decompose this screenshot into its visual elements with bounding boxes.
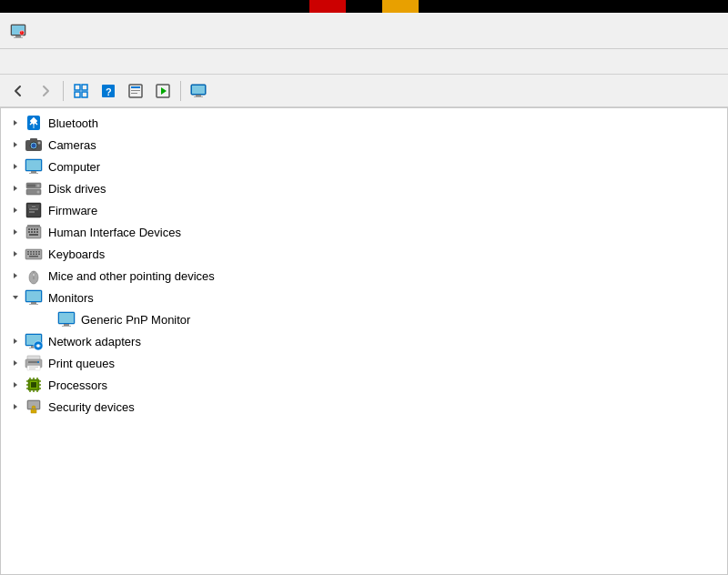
svg-rect-61 <box>27 225 40 227</box>
device-tree-container[interactable]: Bluetooth Cameras Computer Disk drives <box>0 107 728 575</box>
chevron-print <box>8 356 23 370</box>
svg-point-38 <box>37 185 40 187</box>
tree-item-firmware[interactable]: Firmware <box>1 199 727 221</box>
overview-button[interactable] <box>68 79 94 103</box>
svg-marker-104 <box>14 382 17 388</box>
camera-icon <box>25 136 43 154</box>
svg-point-29 <box>38 142 41 145</box>
svg-point-79 <box>33 273 35 277</box>
update-button[interactable] <box>150 79 176 103</box>
tree-item-cameras[interactable]: Cameras <box>1 134 727 156</box>
tree-label-processors: Processors <box>48 379 107 391</box>
svg-marker-17 <box>161 87 167 95</box>
svg-rect-88 <box>62 326 71 327</box>
svg-marker-89 <box>14 338 17 344</box>
tree-item-generic-monitor[interactable]: Generic PnP Monitor <box>34 308 727 330</box>
chevron-computer <box>8 159 23 174</box>
forward-button[interactable] <box>33 79 58 103</box>
svg-marker-24 <box>14 142 17 147</box>
help-button[interactable]: ? <box>96 79 121 103</box>
title-bar: ! <box>0 13 728 49</box>
chevron-bluetooth <box>8 116 23 130</box>
properties-button[interactable] <box>123 79 148 103</box>
computer-icon <box>25 157 43 176</box>
svg-marker-62 <box>14 251 17 257</box>
monitor-button[interactable] <box>186 79 211 103</box>
back-button[interactable] <box>5 79 31 103</box>
print-icon <box>25 354 43 372</box>
svg-rect-3 <box>14 37 23 38</box>
chevron-processors <box>8 378 23 392</box>
menu-help[interactable] <box>58 58 76 66</box>
menu-file[interactable] <box>4 58 22 66</box>
svg-rect-40 <box>27 185 35 187</box>
svg-rect-87 <box>64 324 69 326</box>
tree-item-hid[interactable]: Human Interface Devices <box>1 221 727 243</box>
bluetooth-icon <box>25 114 43 132</box>
svg-rect-33 <box>31 171 36 173</box>
svg-rect-59 <box>36 231 38 233</box>
svg-marker-49 <box>14 229 17 235</box>
svg-rect-56 <box>28 231 30 233</box>
svg-rect-8 <box>75 92 80 97</box>
taskbar-btn-orange <box>382 0 419 13</box>
tree-item-computer[interactable]: Computer <box>1 156 727 177</box>
network-icon <box>25 332 43 350</box>
processor-icon <box>25 376 43 394</box>
tree-label-network: Network adapters <box>48 336 141 348</box>
tree-label-print: Print queues <box>48 358 115 369</box>
menu-view[interactable] <box>40 58 58 66</box>
svg-rect-9 <box>82 92 87 97</box>
svg-rect-75 <box>29 256 38 257</box>
firmware-icon <box>25 201 43 219</box>
svg-point-27 <box>32 144 36 148</box>
tree-label-monitors: Monitors <box>48 292 94 304</box>
tree-label-generic-monitor: Generic PnP Monitor <box>81 314 190 326</box>
tree-item-network[interactable]: Network adapters <box>1 330 727 352</box>
chevron-cameras <box>8 137 23 152</box>
tree-item-monitors[interactable]: Monitors <box>1 287 727 308</box>
toolbar: ? <box>0 75 728 107</box>
device-manager-icon: ! <box>9 22 27 40</box>
svg-rect-66 <box>30 251 32 253</box>
tree-label-keyboards: Keyboards <box>48 248 105 260</box>
svg-rect-15 <box>131 93 137 94</box>
hid-icon <box>25 223 43 241</box>
toolbar-separator-2 <box>180 81 181 101</box>
svg-rect-2 <box>15 35 21 37</box>
svg-rect-65 <box>27 251 29 253</box>
svg-rect-6 <box>75 85 80 90</box>
svg-marker-41 <box>14 207 17 213</box>
tree-label-mice: Mice and other pointing devices <box>48 270 215 282</box>
tree-label-hid: Human Interface Devices <box>48 227 181 238</box>
tree-label-security: Security devices <box>48 401 135 413</box>
menu-action[interactable] <box>22 58 40 66</box>
tree-label-disk-drives: Disk drives <box>48 183 106 195</box>
tree-item-bluetooth[interactable]: Bluetooth <box>1 112 727 134</box>
tree-label-computer: Computer <box>48 161 100 173</box>
chevron-disk-drives <box>8 181 23 196</box>
svg-text:?: ? <box>106 86 112 96</box>
svg-rect-71 <box>30 254 32 256</box>
mouse-icon <box>25 267 43 285</box>
tree-item-security[interactable]: Security devices <box>1 396 727 418</box>
menu-bar <box>0 49 728 75</box>
tree-item-disk-drives[interactable]: Disk drives <box>1 177 727 199</box>
tree-item-print[interactable]: Print queues <box>1 352 727 374</box>
generic-monitor-icon <box>57 310 76 328</box>
svg-rect-73 <box>35 254 37 256</box>
tree-item-keyboards[interactable]: Keyboards <box>1 243 727 265</box>
svg-rect-124 <box>34 408 35 410</box>
svg-rect-53 <box>31 228 33 230</box>
chevron-firmware <box>8 203 23 217</box>
tree-item-mice[interactable]: Mice and other pointing devices <box>1 265 727 287</box>
svg-rect-55 <box>36 228 38 230</box>
tree-item-processors[interactable]: Processors <box>1 374 727 396</box>
svg-rect-83 <box>31 302 36 304</box>
svg-rect-21 <box>194 96 203 97</box>
chevron-network <box>8 334 23 348</box>
svg-rect-34 <box>29 173 38 174</box>
svg-marker-80 <box>13 296 18 299</box>
svg-rect-74 <box>38 254 40 256</box>
svg-marker-35 <box>14 186 17 191</box>
